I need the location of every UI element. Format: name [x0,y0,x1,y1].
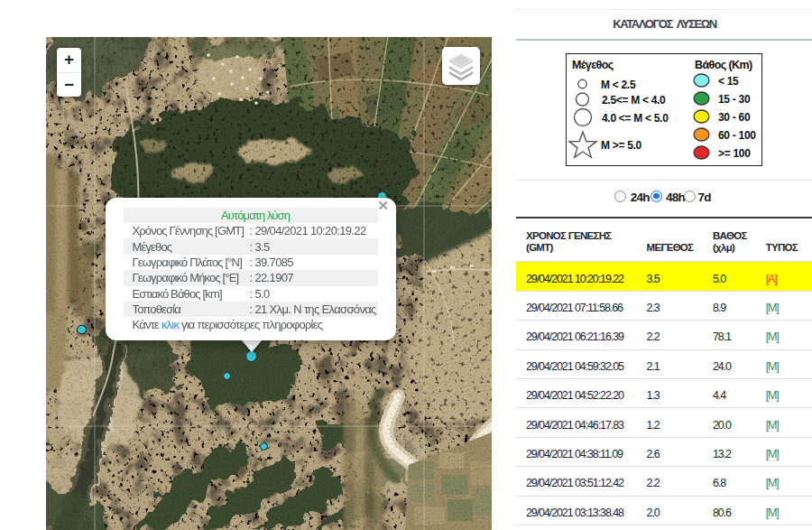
svg-text:< 15: < 15 [718,74,739,87]
svg-text:15 - 30: 15 - 30 [718,92,751,105]
svg-text:Μέγεθος: Μέγεθος [572,58,614,70]
svg-text:30 - 60: 30 - 60 [718,110,751,123]
svg-text:2.5<= M < 4.0: 2.5<= M < 4.0 [602,93,666,106]
svg-text:60 - 100: 60 - 100 [718,128,756,141]
svg-text:M < 2.5: M < 2.5 [601,78,636,90]
svg-text:M >= 5.0: M >= 5.0 [601,138,642,151]
svg-text:>= 100: >= 100 [718,146,751,159]
svg-text:4.0 <= M < 5.0: 4.0 <= M < 5.0 [602,111,669,124]
svg-text:Βάθος (Km): Βάθος (Km) [695,58,752,70]
